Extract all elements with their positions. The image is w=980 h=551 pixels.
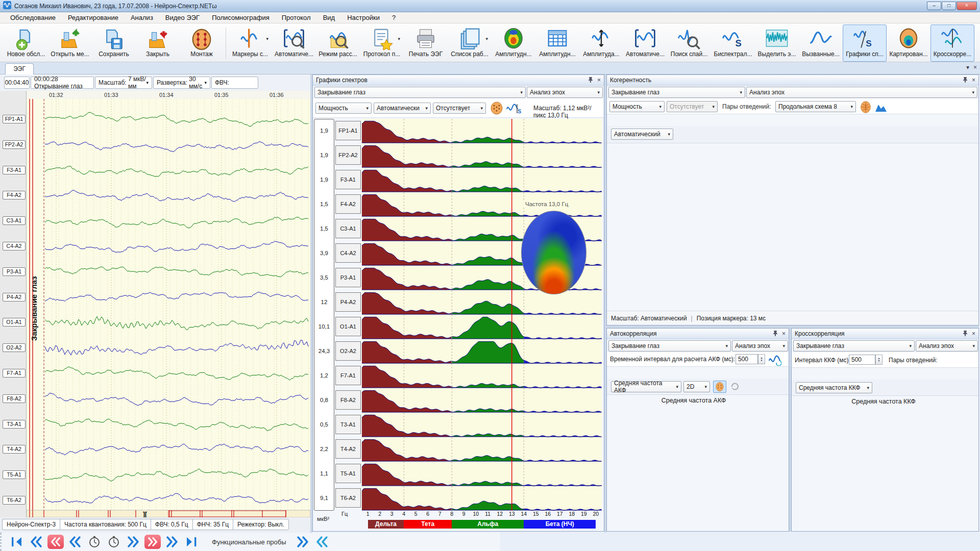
spectra-channel-F7-A1[interactable]: F7-A1 bbox=[335, 366, 361, 385]
toolbar-button-19[interactable]: SГрафики сп... bbox=[843, 24, 887, 62]
prev-event-button[interactable] bbox=[47, 535, 64, 549]
spectra-channel-F8-A2[interactable]: F8-A2 bbox=[335, 390, 361, 410]
prev-fragment-button[interactable] bbox=[67, 535, 83, 549]
timer-forward-button[interactable] bbox=[106, 535, 122, 549]
next-page-button[interactable] bbox=[164, 535, 180, 549]
spectra-power-combo[interactable]: Мощность▾ bbox=[315, 103, 372, 114]
spectra-channel-P4-A2[interactable]: P4-A2 bbox=[335, 292, 361, 312]
crosscorr-condition-combo[interactable]: Закрывание глаз▾ bbox=[793, 340, 915, 352]
maximize-button[interactable]: □ bbox=[942, 2, 956, 10]
head-map-button[interactable] bbox=[713, 381, 726, 393]
kkf-interval-input[interactable]: 500 bbox=[849, 355, 875, 365]
menu-item-3[interactable]: Видео ЭЭГ bbox=[159, 13, 206, 22]
spectra-channel-T4-A2[interactable]: T4-A2 bbox=[335, 439, 361, 459]
prev-page-button[interactable] bbox=[28, 535, 44, 549]
coherence-smoothing-combo[interactable]: Отсутствует▾ bbox=[667, 101, 718, 112]
toolbar-button-13[interactable]: Амплитуда... bbox=[579, 24, 623, 62]
timer-back-button[interactable] bbox=[86, 535, 103, 549]
spectra-channel-F4-A2[interactable]: F4-A2 bbox=[335, 194, 361, 214]
akf-metric-combo[interactable]: Средняя частота АКФ▾ bbox=[611, 381, 681, 392]
spectra-channel-FP1-A1[interactable]: FP1-A1 bbox=[335, 121, 361, 140]
spectra-channel-FP2-A2[interactable]: FP2-A2 bbox=[335, 145, 361, 165]
minimize-button[interactable]: – bbox=[927, 2, 941, 10]
akf-interval-input[interactable]: 500 bbox=[736, 354, 758, 364]
spectra-channel-C4-A2[interactable]: C4-A2 bbox=[335, 243, 361, 263]
dropdown-arrow-icon[interactable]: ▾ bbox=[485, 36, 488, 41]
tab-eeg[interactable]: ЭЭГ bbox=[5, 63, 34, 74]
spectra-channel-O2-A2[interactable]: O2-A2 bbox=[335, 341, 361, 361]
menu-item-6[interactable]: Вид bbox=[317, 13, 341, 22]
menu-item-8[interactable]: ? bbox=[386, 13, 402, 22]
spectrum-scale-icon[interactable]: S bbox=[506, 101, 521, 117]
toolbar-button-17[interactable]: Выделить э... bbox=[755, 24, 799, 62]
eeg-sweep-combo[interactable]: Развертка: 30 мм/с▾ bbox=[153, 77, 210, 89]
close-tab-icon[interactable]: × bbox=[973, 64, 977, 71]
spectra-channel-F3-A1[interactable]: F3-A1 bbox=[335, 170, 361, 189]
spectra-channel-T5-A1[interactable]: T5-A1 bbox=[335, 464, 361, 483]
next-trial-button[interactable] bbox=[295, 535, 311, 549]
coherence-condition-combo[interactable]: Закрывание глаз▾ bbox=[608, 87, 745, 98]
refresh-icon[interactable] bbox=[728, 381, 742, 393]
menu-item-4[interactable]: Полисомнография bbox=[206, 13, 276, 22]
spectra-channel-C3-A1[interactable]: C3-A1 bbox=[335, 219, 361, 238]
toolbar-button-0[interactable]: Новое обсл... bbox=[4, 24, 48, 62]
toolbar-button-12[interactable]: Амплитудн... bbox=[535, 24, 579, 62]
toolbar-button-1[interactable]: Открыть ме... bbox=[48, 24, 92, 62]
spectra-epoch-combo[interactable]: Анализ эпох▾ bbox=[527, 87, 603, 98]
close-panel-icon[interactable]: × bbox=[972, 77, 975, 84]
close-panel-icon[interactable]: × bbox=[972, 330, 975, 337]
spectra-condition-combo[interactable]: Закрывание глаз▾ bbox=[314, 87, 526, 98]
toolbar-button-10[interactable]: Список раб...▾ bbox=[448, 24, 492, 62]
coherence-power-combo[interactable]: Мощность▾ bbox=[609, 101, 665, 112]
spectra-channel-T3-A1[interactable]: T3-A1 bbox=[335, 415, 361, 434]
crosscorr-epoch-combo[interactable]: Анализ эпох▾ bbox=[916, 340, 978, 352]
spectra-smoothing-combo[interactable]: Отсутствует▾ bbox=[433, 103, 486, 114]
spectra-plot[interactable] bbox=[362, 119, 602, 511]
head-icon[interactable] bbox=[489, 101, 504, 117]
spectra-channel-T6-A2[interactable]: T6-A2 bbox=[335, 488, 361, 508]
menu-item-7[interactable]: Настройки bbox=[341, 13, 386, 22]
pin-icon[interactable] bbox=[588, 77, 593, 84]
toolbar-button-9[interactable]: Печать ЭЭГ bbox=[404, 24, 448, 62]
prev-trial-button[interactable] bbox=[314, 535, 330, 549]
toolbar-button-18[interactable]: Вызванные... bbox=[799, 24, 843, 62]
chevron-down-icon[interactable]: ▾ bbox=[966, 64, 969, 71]
toolbar-button-20[interactable]: Картирован... bbox=[887, 24, 930, 62]
head-icon[interactable] bbox=[859, 101, 872, 115]
eeg-hpf-combo[interactable]: ФВЧ: bbox=[211, 77, 258, 89]
coherence-scheme-combo[interactable]: Продольная схема 8▾ bbox=[775, 101, 856, 112]
next-fragment-button[interactable] bbox=[125, 535, 141, 549]
close-panel-icon[interactable]: × bbox=[782, 330, 786, 337]
kkf-metric-combo[interactable]: Средняя частота ККФ▾ bbox=[796, 382, 872, 393]
coherence-epoch-combo[interactable]: Анализ эпох▾ bbox=[746, 87, 977, 98]
menu-item-2[interactable]: Анализ bbox=[125, 13, 159, 22]
toolbar-button-2[interactable]: Сохранить bbox=[92, 24, 136, 62]
go-start-button[interactable] bbox=[9, 535, 25, 549]
pin-icon[interactable] bbox=[963, 330, 968, 338]
pin-icon[interactable] bbox=[773, 330, 778, 338]
toolbar-button-4[interactable]: Монтаж bbox=[180, 24, 224, 62]
toolbar-button-11[interactable]: Амплитудн... bbox=[492, 24, 535, 62]
toolbar-button-6[interactable]: Автоматиче... bbox=[272, 24, 316, 62]
menu-item-1[interactable]: Редактирование bbox=[62, 13, 125, 22]
next-event-button[interactable] bbox=[144, 535, 161, 549]
toolbar-button-15[interactable]: Поиск спай... bbox=[667, 24, 711, 62]
histogram-icon[interactable] bbox=[874, 102, 888, 114]
autocorr-epoch-combo[interactable]: Анализ эпох▾ bbox=[732, 340, 788, 352]
akf-interval-spinner[interactable]: ▲▼ bbox=[758, 354, 765, 364]
coherence-scale-combo[interactable]: Автоматический▾ bbox=[611, 129, 673, 140]
akf-calc-icon[interactable] bbox=[768, 354, 781, 367]
toolbar-button-5[interactable]: Маркеры с...▾ bbox=[228, 24, 272, 62]
menu-item-0[interactable]: Обследование bbox=[4, 13, 62, 22]
spectra-scalemode-combo[interactable]: Автоматически▾ bbox=[374, 103, 431, 114]
eeg-scale-combo[interactable]: Масштаб: 7 мкВ/мм▾ bbox=[95, 77, 152, 89]
toolbar-button-3[interactable]: Закрыть bbox=[136, 24, 180, 62]
dropdown-arrow-icon[interactable]: ▾ bbox=[266, 36, 268, 41]
close-button[interactable]: × bbox=[957, 2, 977, 10]
toolbar-button-14[interactable]: Автоматиче... bbox=[623, 24, 667, 62]
spectra-channel-O1-A1[interactable]: O1-A1 bbox=[335, 317, 361, 336]
kkf-interval-spinner[interactable]: ▲▼ bbox=[875, 355, 883, 365]
toolbar-button-16[interactable]: SБиспектрал... bbox=[711, 24, 755, 62]
dropdown-arrow-icon[interactable]: ▾ bbox=[398, 36, 400, 41]
go-end-button[interactable] bbox=[183, 535, 200, 549]
